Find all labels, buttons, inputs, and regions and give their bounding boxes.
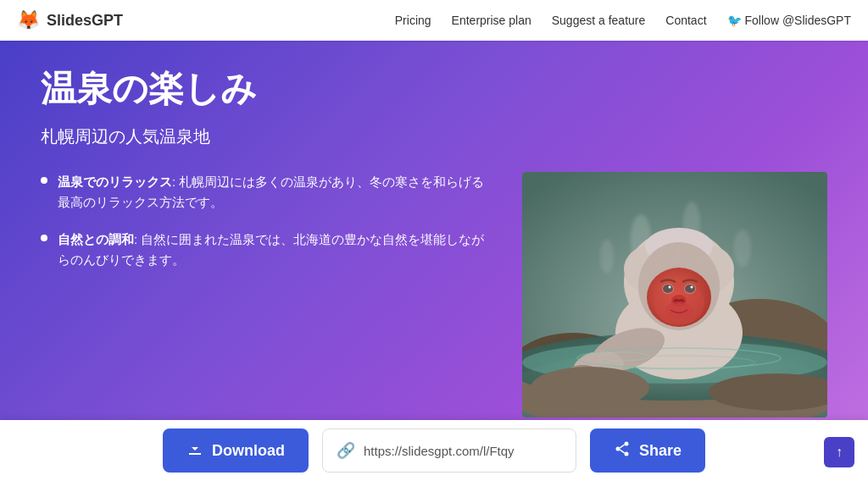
svg-point-27 (665, 301, 693, 318)
share-button[interactable]: Share (590, 428, 705, 473)
bullet-text-1: 温泉でのリラックス: 札幌周辺には多くの温泉があり、冬の寒さを和らげる最高のリラ… (58, 172, 495, 213)
monkey-svg (522, 172, 827, 417)
svg-point-22 (662, 284, 674, 294)
bullet-item-1: 温泉でのリラックス: 札幌周辺には多くの温泉があり、冬の寒さを和らげる最高のリラ… (41, 172, 495, 213)
bullet-section: 温泉でのリラックス: 札幌周辺には多くの温泉があり、冬の寒さを和らげる最高のリラ… (41, 172, 495, 417)
bullet-bold-1: 温泉でのリラックス (58, 174, 172, 189)
twitter-icon: 🐦 (727, 14, 742, 27)
nav-follow-label: Follow @SlidesGPT (745, 14, 851, 27)
share-icon (614, 440, 631, 462)
link-icon: 🔗 (337, 441, 355, 460)
nav-suggest[interactable]: Suggest a feature (552, 14, 646, 27)
download-label: Download (212, 442, 285, 460)
nav-follow[interactable]: 🐦 Follow @SlidesGPT (727, 14, 851, 27)
svg-point-35 (531, 367, 649, 409)
svg-point-47 (624, 441, 628, 445)
svg-point-48 (624, 451, 628, 456)
image-section: Photo by Tore F on Unsplash (522, 172, 827, 417)
bullet-item-2: 自然との調和: 自然に囲まれた温泉では、北海道の豊かな自然を堪能しながらのんびり… (41, 229, 495, 270)
nav-enterprise[interactable]: Enterprise plan (452, 14, 531, 27)
svg-line-51 (620, 450, 624, 453)
bullet-dot-1 (41, 177, 47, 184)
bullet-text-2: 自然との調和: 自然に囲まれた温泉では、北海道の豊かな自然を堪能しながらのんびり… (58, 229, 495, 270)
slide-title: 温泉の楽しみ (41, 68, 827, 110)
monkey-image (522, 172, 827, 417)
download-button[interactable]: Download (163, 428, 309, 473)
share-label: Share (639, 442, 682, 460)
arrow-up-icon: ↑ (836, 445, 843, 460)
download-icon (186, 440, 203, 462)
svg-point-23 (684, 284, 696, 294)
bullet-dot-2 (41, 235, 47, 241)
slide-section: 温泉の楽しみ 札幌周辺の人気温泉地 温泉でのリラックス: 札幌周辺には多くの温泉… (0, 41, 868, 432)
bullet-bold-2: 自然との調和 (58, 232, 134, 246)
url-bar: 🔗 https://slidesgpt.com/l/Ftqy (322, 428, 576, 473)
nav-pricing[interactable]: Pricing (395, 14, 431, 27)
slide-subtitle: 札幌周辺の人気温泉地 (41, 125, 827, 148)
navbar: 🦊 SlidesGPT Pricing Enterprise plan Sugg… (0, 0, 868, 41)
brand-name: SlidesGPT (47, 12, 123, 30)
nav-links: Pricing Enterprise plan Suggest a featur… (395, 14, 851, 27)
svg-point-49 (615, 446, 620, 451)
brand-logo[interactable]: 🦊 SlidesGPT (17, 9, 123, 31)
nav-contact[interactable]: Contact (665, 14, 706, 27)
brand-icon: 🦊 (17, 9, 40, 31)
svg-point-9 (734, 229, 751, 267)
scroll-top-button[interactable]: ↑ (824, 437, 854, 467)
svg-point-8 (600, 240, 614, 274)
content-row: 温泉でのリラックス: 札幌周辺には多くの温泉があり、冬の寒さを和らげる最高のリラ… (41, 172, 827, 417)
svg-line-50 (620, 445, 624, 448)
bottom-bar: Download 🔗 https://slidesgpt.com/l/Ftqy … (0, 420, 868, 481)
slide-url[interactable]: https://slidesgpt.com/l/Ftqy (364, 444, 515, 458)
